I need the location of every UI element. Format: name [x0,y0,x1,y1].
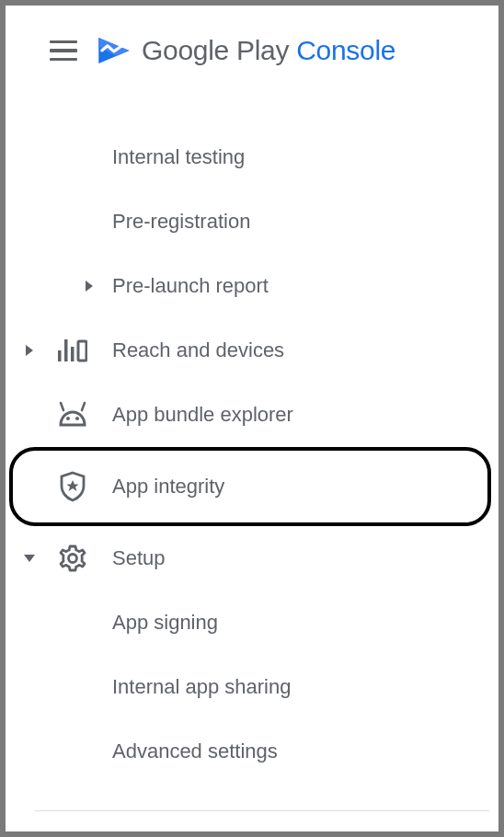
divider [35,810,489,811]
triangle-right-icon [86,281,93,292]
sidebar-item-app-bundle-explorer[interactable]: App bundle explorer [6,383,498,447]
svg-point-7 [75,417,79,420]
sidebar-item-label: Internal testing [101,145,245,169]
sidebar-item-app-integrity[interactable]: App integrity [6,454,498,519]
svg-point-8 [69,555,77,563]
sidebar-item-internal-testing[interactable]: Internal testing [6,125,498,189]
sidebar-item-advanced-settings[interactable]: Advanced settings [6,719,498,784]
triangle-right-icon [26,345,33,356]
sidebar-item-setup[interactable]: Setup [6,526,498,590]
sidebar-item-label: App integrity [101,475,224,499]
svg-point-6 [66,417,70,420]
sidebar-nav: Internal testing Pre-registration Pre-la… [6,70,498,784]
svg-rect-1 [64,339,68,361]
brand-suffix: Console [296,35,395,65]
sidebar-item-label: Reach and devices [101,338,284,362]
sidebar-item-label: Pre-launch report [101,274,269,298]
svg-line-4 [61,403,63,410]
sidebar-item-app-signing[interactable]: App signing [6,590,498,655]
sidebar-item-pre-launch-report[interactable]: Pre-launch report [6,254,498,318]
sidebar-item-label: App bundle explorer [101,403,293,427]
android-icon [58,401,87,429]
sidebar-item-pre-registration[interactable]: Pre-registration [6,189,498,254]
logo-text: Google Play Console [142,35,395,66]
sidebar-item-label: Advanced settings [101,740,278,763]
svg-rect-0 [58,350,62,361]
bar-device-icon [58,338,87,363]
svg-rect-2 [71,347,74,361]
triangle-down-icon [24,555,35,562]
sidebar-item-internal-app-sharing[interactable]: Internal app sharing [6,655,498,719]
logo[interactable]: Google Play Console [94,31,395,70]
header: Google Play Console [6,6,498,70]
gear-icon [58,544,87,573]
svg-line-5 [82,403,85,410]
svg-rect-3 [78,341,86,361]
app-frame: Google Play Console Internal testing Pre… [6,6,498,831]
sidebar-item-label: App signing [101,611,218,635]
sidebar-item-label: Internal app sharing [101,675,291,699]
play-console-icon [94,31,132,70]
sidebar-item-label: Pre-registration [101,210,250,234]
menu-icon[interactable] [50,40,77,62]
shield-icon [59,471,86,502]
sidebar-item-reach-and-devices[interactable]: Reach and devices [6,318,498,383]
brand-prefix: Google Play [142,35,296,65]
sidebar-item-label: Setup [101,546,166,570]
